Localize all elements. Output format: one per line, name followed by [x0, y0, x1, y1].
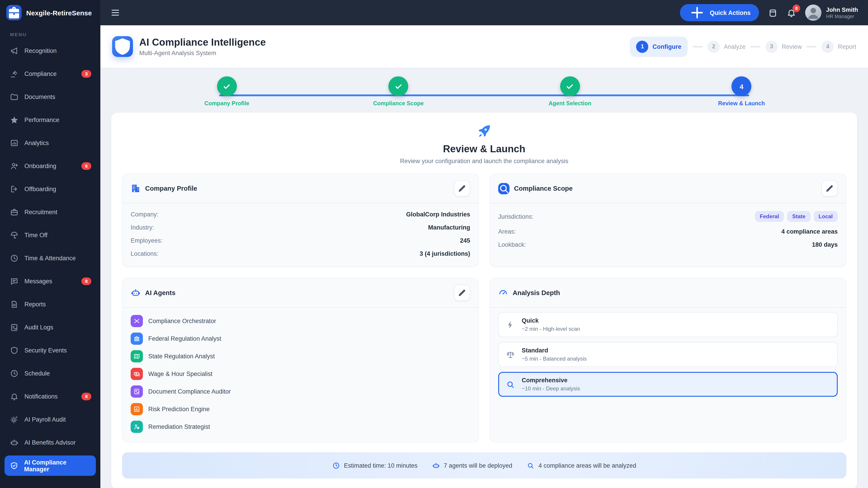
- step-check-circle[interactable]: [217, 76, 237, 96]
- sidebar-item-badge: 8: [81, 278, 91, 285]
- bell-icon: [10, 392, 19, 401]
- sidebar-item-ai-benefits-advisor[interactable]: AI Benefits Advisor: [4, 432, 96, 453]
- summary-label: Areas:: [498, 228, 516, 235]
- sidebar-item-reports[interactable]: Reports: [4, 294, 96, 315]
- agent-name: Wage & Hour Specialist: [148, 370, 213, 377]
- calendar-button[interactable]: [768, 8, 778, 18]
- sidebar-item-time-off[interactable]: Time Off: [4, 225, 96, 246]
- wizard-step-compliance-scope: Compliance Scope: [313, 76, 484, 107]
- edit-company-profile-button[interactable]: [454, 180, 470, 197]
- summary-row: Locations:3 (4 jurisdictions): [131, 247, 470, 260]
- summary-label: Company:: [131, 211, 158, 218]
- user-menu[interactable]: John Smith HR Manager: [805, 4, 858, 21]
- agent-icon-badge: [131, 403, 143, 415]
- rocket-icon: [476, 123, 492, 139]
- building-icon: [131, 184, 141, 193]
- edit-compliance-scope-button[interactable]: [822, 180, 838, 197]
- step-number-circle[interactable]: 4: [732, 76, 752, 96]
- tab-review[interactable]: 3Review: [765, 40, 802, 53]
- summary-info-bar: Estimated time: 10 minutes7 agents will …: [122, 452, 846, 479]
- summary-label: Locations:: [131, 250, 158, 257]
- pencil-icon: [457, 180, 467, 197]
- depth-option-standard[interactable]: Standard~5 min - Balanced analysis: [498, 342, 838, 367]
- clock-icon: [10, 254, 19, 263]
- sidebar-item-ai-payroll-audit[interactable]: AI Payroll Audit: [4, 410, 96, 430]
- shield-half-icon: [112, 36, 133, 57]
- shield-icon: [10, 346, 19, 355]
- summary-label: Lookback:: [498, 241, 526, 248]
- star-icon: [10, 116, 19, 124]
- sidebar-item-label: Audit Logs: [24, 324, 53, 331]
- analysis-depth-card: Analysis Depth Quick~2 min - High-level …: [490, 278, 846, 442]
- sidebar-item-label: Reports: [24, 301, 46, 308]
- tab-analyze[interactable]: 2Analyze: [708, 40, 745, 53]
- sidebar-item-label: AI Compliance Manager: [24, 459, 90, 473]
- brand-name: Nexgile-RetireSense: [26, 9, 92, 17]
- step-check-circle[interactable]: [560, 76, 580, 96]
- sidebar-item-offboarding[interactable]: Offboarding: [4, 179, 96, 199]
- agent-name: Document Compliance Auditor: [148, 388, 231, 395]
- building-icon: [131, 184, 141, 193]
- agent-name: Risk Prediction Engine: [148, 406, 210, 413]
- robot-icon: [131, 288, 141, 298]
- agent-icon-badge: [131, 368, 143, 380]
- main-column: Quick Actions 8 John Smith HR Manager: [100, 0, 868, 488]
- sidebar-item-onboarding[interactable]: Onboarding6: [4, 156, 96, 176]
- sidebar-item-security-events[interactable]: Security Events: [4, 340, 96, 361]
- depth-option-title: Standard: [522, 347, 587, 354]
- notifications-button[interactable]: 8: [786, 8, 796, 18]
- sidebar-item-label: Messages: [24, 278, 52, 285]
- sidebar-item-notifications[interactable]: Notifications8: [4, 386, 96, 407]
- depth-option-title: Comprehensive: [522, 377, 580, 384]
- sidebar-item-label: Schedule: [24, 370, 50, 377]
- agent-row: Federal Regulation Analyst: [131, 330, 470, 348]
- tab-report[interactable]: 4Report: [822, 40, 856, 53]
- sidebar-item-compliance[interactable]: Compliance3: [4, 64, 96, 84]
- sidebar-item-recruitment[interactable]: Recruitment: [4, 202, 96, 222]
- quick-actions-label: Quick Actions: [710, 9, 751, 16]
- sidebar-item-audit-logs[interactable]: Audit Logs: [4, 317, 96, 337]
- clock-icon: [332, 462, 340, 469]
- sidebar-item-time-attendance[interactable]: Time & Attendance: [4, 248, 96, 268]
- user-name: John Smith: [826, 6, 858, 14]
- depth-option-quick[interactable]: Quick~2 min - High-level scan: [498, 312, 838, 337]
- brand-logo: [6, 5, 22, 20]
- agent-row: Remediation Strategist: [131, 418, 470, 435]
- menu-toggle-button[interactable]: [110, 8, 120, 18]
- search-icon: [506, 380, 515, 389]
- sidebar-item-badge: 3: [81, 70, 91, 78]
- notifications-count-badge: 8: [793, 4, 800, 12]
- sidebar-item-documents[interactable]: Documents: [4, 87, 96, 107]
- network-icon: [133, 318, 140, 324]
- user-plus-icon: [10, 162, 19, 170]
- sidebar-item-label: Recruitment: [24, 209, 57, 216]
- sidebar-item-messages[interactable]: Messages8: [4, 271, 96, 291]
- edit-ai-agents-button[interactable]: [454, 285, 470, 301]
- avatar: [805, 4, 822, 21]
- sidebar-item-schedule[interactable]: Schedule: [4, 363, 96, 384]
- depth-option-comprehensive[interactable]: Comprehensive~10 min - Deep analysis: [498, 372, 838, 397]
- step-check-circle[interactable]: [389, 76, 408, 96]
- briefcase-solid-icon: [6, 5, 22, 20]
- file-text-icon: [10, 300, 19, 308]
- search-icon: [498, 183, 509, 194]
- sidebar-item-ai-compliance-manager[interactable]: AI Compliance Manager: [4, 455, 96, 476]
- phase-separator: [692, 46, 703, 47]
- compliance-scope-title: Compliance Scope: [514, 185, 572, 192]
- agent-icon-badge: [131, 315, 143, 327]
- sidebar-item-label: Documents: [24, 94, 55, 100]
- summary-row: Company:GlobalCorp Industries: [131, 208, 470, 221]
- agent-name: Remediation Strategist: [148, 423, 210, 430]
- sidebar-item-performance[interactable]: Performance: [4, 110, 96, 130]
- person-gear-icon: [133, 423, 140, 430]
- sidebar-item-label: Security Events: [24, 347, 67, 354]
- quick-actions-button[interactable]: Quick Actions: [680, 4, 759, 21]
- sidebar-item-analytics[interactable]: Analytics: [4, 133, 96, 153]
- banknote-icon: [133, 370, 140, 377]
- wizard-step-label: Company Profile: [204, 100, 249, 107]
- sidebar-item-recognition[interactable]: Recognition: [4, 41, 96, 61]
- jurisdiction-badge: Federal: [755, 211, 784, 222]
- calendar-icon: [768, 8, 778, 18]
- tab-configure[interactable]: 1Configure: [630, 36, 688, 57]
- phase-label: Review: [782, 43, 802, 50]
